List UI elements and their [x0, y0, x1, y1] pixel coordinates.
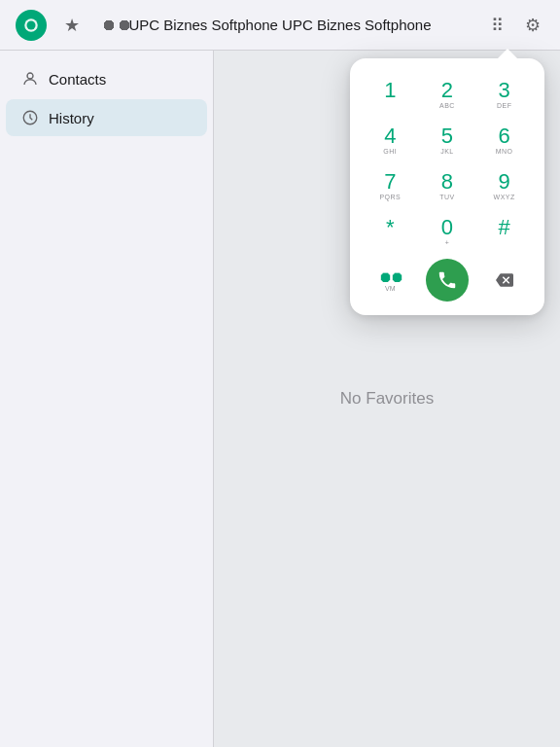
app-logo-icon — [22, 17, 40, 34]
no-favorites-text: No Favorites — [340, 389, 434, 409]
gear-icon: ⚙ — [525, 15, 541, 36]
sidebar-contacts-label: Contacts — [49, 71, 106, 88]
sidebar-history-label: History — [49, 110, 94, 126]
clock-icon — [21, 109, 39, 126]
voicemail-icon: ⏺⏺ — [101, 17, 132, 34]
top-bar-left: ★ ⏺⏺ — [16, 10, 136, 41]
sidebar-item-history[interactable]: History — [6, 99, 207, 136]
dialpad-grid: 1 2 ABC 3 DEF 4 GHI 5 JKL — [362, 74, 533, 255]
person-icon — [21, 70, 39, 88]
call-button[interactable] — [426, 259, 469, 302]
app-title: UPC Biznes Softphone UPC Biznes Softphon… — [128, 17, 431, 33]
dial-key-4[interactable]: 4 GHI — [362, 120, 419, 163]
grid-button[interactable]: ⠿ — [487, 11, 508, 40]
app-icon[interactable] — [16, 10, 47, 41]
voicemail-dial-icon: ⏺⏺ — [378, 268, 402, 285]
dial-key-9[interactable]: 9 WXYZ — [475, 165, 533, 209]
phone-icon — [437, 269, 458, 291]
dial-key-8[interactable]: 8 TUV — [419, 165, 476, 209]
dial-key-6[interactable]: 6 MNO — [475, 120, 533, 163]
grid-icon: ⠿ — [491, 15, 504, 36]
top-bar-right: ⠿ ⚙ — [487, 11, 544, 40]
top-bar: ★ ⏺⏺ UPC Biznes Softphone UPC Biznes Sof… — [0, 0, 560, 51]
dial-key-5[interactable]: 5 JKL — [419, 120, 476, 163]
svg-point-1 — [27, 73, 33, 79]
favorites-button[interactable]: ★ — [60, 11, 84, 40]
sidebar: Contacts History — [0, 51, 214, 747]
dial-key-7[interactable]: 7 PQRS — [362, 165, 419, 209]
dial-key-hash[interactable]: # — [475, 211, 533, 255]
voicemail-dial-label: VM — [385, 285, 396, 292]
sidebar-item-contacts[interactable]: Contacts — [6, 60, 207, 97]
star-icon: ★ — [64, 15, 80, 36]
main-layout: Contacts History No Favorites 1 2 — [0, 51, 560, 747]
settings-button[interactable]: ⚙ — [521, 11, 544, 40]
backspace-icon — [494, 271, 515, 289]
dial-key-star[interactable]: * — [362, 211, 419, 255]
voicemail-dial-button[interactable]: ⏺⏺ VM — [362, 268, 419, 292]
dialpad-popup: 1 2 ABC 3 DEF 4 GHI 5 JKL — [350, 58, 544, 315]
dial-key-3[interactable]: 3 DEF — [475, 74, 533, 118]
dial-key-2[interactable]: 2 ABC — [419, 74, 476, 118]
backspace-button[interactable] — [475, 271, 533, 289]
dial-key-0[interactable]: 0 + — [419, 211, 476, 255]
dialpad-bottom-row: ⏺⏺ VM — [362, 259, 533, 302]
content-area: No Favorites 1 2 ABC 3 DEF 4 — [214, 51, 560, 747]
dial-key-1[interactable]: 1 — [362, 74, 419, 118]
